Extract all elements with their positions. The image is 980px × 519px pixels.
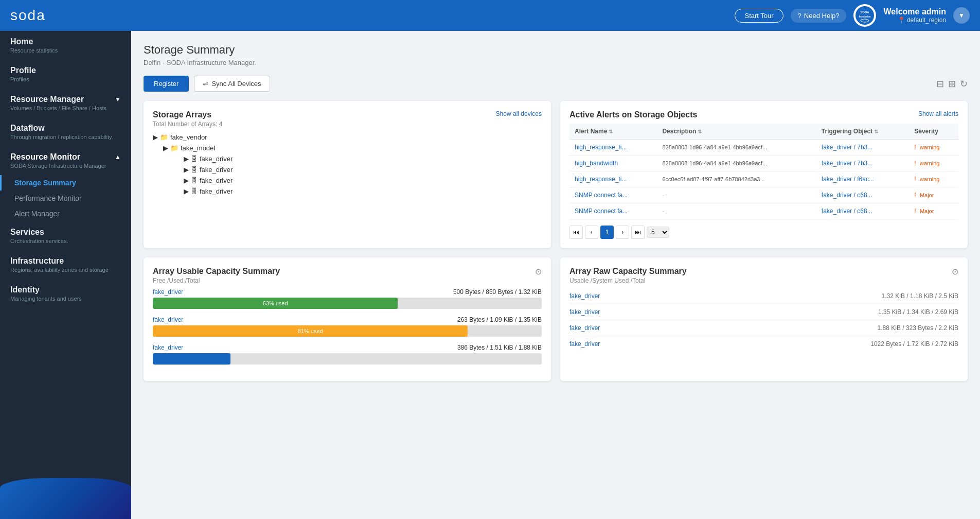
sidebar-item-resource-monitor[interactable]: Resource Monitor ▲ SODA Storage Infrastr…: [0, 146, 131, 175]
welcome-text: Welcome admin: [883, 7, 946, 16]
register-button[interactable]: Register: [144, 76, 189, 92]
main-content: Storage Summary Delfin - SODA Infrastruc…: [131, 31, 980, 519]
raw-capacity-title: Array Raw Capacity Summary: [569, 267, 687, 276]
sync-button[interactable]: ⇌ Sync All Devices: [194, 76, 270, 92]
tree-toggle[interactable]: ▶: [184, 187, 189, 195]
raw-driver-label: fake_driver: [569, 308, 600, 316]
sidebar-sub-performance-monitor[interactable]: Performance Monitor: [0, 191, 131, 206]
cell-alert-name: SNMP connect fa...: [569, 203, 657, 219]
cell-triggering-object: fake_driver / f6ac...: [816, 171, 909, 187]
severity-label: warning: [920, 144, 940, 150]
raw-capacity-item: fake_driver 1022 Bytes / 1.72 KiB / 2.72…: [569, 336, 958, 352]
toolbar-right: ⊟ ⊞ ↻: [936, 78, 968, 90]
severity-icon: !: [914, 192, 916, 199]
table-row: high_bandwidth 828a8808-1d96-4a84-a9e1-4…: [569, 155, 958, 171]
severity-label: warning: [920, 160, 940, 166]
tree-toggle[interactable]: ▶: [163, 144, 168, 152]
cell-severity: ! warning: [909, 155, 958, 171]
grid-view-icon[interactable]: ⊞: [948, 78, 956, 90]
list-view-icon[interactable]: ⊟: [936, 78, 944, 90]
capacity-bar-fill: 81% used: [153, 325, 468, 337]
col-triggering-object: Triggering Object ⇅: [816, 124, 909, 140]
sort-icon-triggering[interactable]: ⇅: [874, 129, 878, 134]
device-icon: 🗄: [191, 177, 198, 184]
capacity-values: 500 Bytes / 850 Bytes / 1.32 KiB: [453, 288, 542, 296]
alerts-title: Active Alerts on Storage Objects: [569, 110, 697, 119]
cell-alert-name: high_response_ti...: [569, 140, 657, 155]
sidebar-sub-alert-manager[interactable]: Alert Manager: [0, 206, 131, 221]
sidebar-item-dataflow[interactable]: Dataflow Through migration / replication…: [0, 117, 131, 146]
raw-values: 1.32 KiB / 1.18 KiB / 2.5 KiB: [882, 292, 958, 300]
user-avatar-button[interactable]: ▼: [953, 7, 970, 24]
chevron-down-icon: ▼: [958, 12, 965, 19]
need-help-button[interactable]: ? Need Help?: [791, 9, 847, 23]
raw-capacity-item: fake_driver 1.32 KiB / 1.18 KiB / 2.5 Ki…: [569, 288, 958, 304]
sidebar-item-profile[interactable]: Profile Profiles: [0, 60, 131, 89]
capacity-bar-fill: 63% used: [153, 298, 398, 309]
capacity-item: fake_driver 386 Bytes / 1.51 KiB / 1.88 …: [153, 344, 542, 365]
capacity-bar-bg: 63% used: [153, 298, 542, 309]
tree-toggle[interactable]: ▶: [184, 155, 189, 163]
cell-description: 828a8808-1d96-4a84-a9e1-4bb96a9acf...: [657, 140, 816, 155]
show-all-alerts-link[interactable]: Show all alerts: [918, 110, 958, 117]
show-all-devices-link[interactable]: Show all devices: [496, 110, 542, 117]
capacity-bar-fill: [153, 353, 230, 365]
page-1-button[interactable]: 1: [600, 226, 614, 239]
sidebar-sub-storage-summary[interactable]: Storage Summary: [0, 175, 131, 191]
raw-capacity-item: fake_driver 1.88 KiB / 323 Bytes / 2.2 K…: [569, 320, 958, 336]
severity-label: Major: [920, 208, 934, 214]
next-page-button[interactable]: ›: [616, 226, 629, 239]
tree-toggle[interactable]: ▶: [153, 133, 158, 141]
sort-icon-description[interactable]: ⇅: [698, 129, 702, 134]
page-size-select[interactable]: 5 10 25: [647, 227, 669, 238]
sidebar-item-infrastructure[interactable]: Infrastructure Regions, availability zon…: [0, 250, 131, 279]
cell-description: 6cc0ec6f-ad87-4f97-aff7-6b78842d3a3...: [657, 171, 816, 187]
cell-triggering-object: fake_driver / c68...: [816, 187, 909, 203]
alerts-pagination: ⏮ ‹ 1 › ⏭ 5 10 25: [569, 226, 958, 239]
sidebar: Home Resource statistics Profile Profile…: [0, 31, 131, 519]
storage-arrays-card: Storage Arrays Total Number of Arrays: 4…: [144, 101, 551, 248]
sort-icon-alert-name[interactable]: ⇅: [609, 129, 613, 134]
usable-capacity-card: Array Usable Capacity Summary Free /Used…: [144, 257, 551, 381]
refresh-icon[interactable]: ↻: [960, 78, 968, 90]
col-severity: Severity: [909, 124, 958, 140]
sidebar-item-home[interactable]: Home Resource statistics: [0, 31, 131, 60]
chart-icon[interactable]: ⊙: [535, 267, 542, 276]
cell-description: 828a8808-1d96-4a84-a9e1-4bb96a9acf...: [657, 155, 816, 171]
capacity-values: 386 Bytes / 1.51 KiB / 1.88 KiB: [457, 344, 542, 351]
chart-icon[interactable]: ⊙: [952, 267, 958, 276]
header-right: Start Tour ? Need Help? SODA foundation …: [735, 4, 970, 27]
tree-toggle[interactable]: ▶: [184, 166, 189, 174]
cell-description: -: [657, 187, 816, 203]
severity-label: warning: [920, 176, 940, 182]
col-alert-name: Alert Name ⇅: [569, 124, 657, 140]
cell-alert-name: SNMP connect fa...: [569, 187, 657, 203]
storage-arrays-title: Storage Arrays: [153, 110, 222, 119]
cell-severity: ! Major: [909, 203, 958, 219]
raw-capacity-subtitle: Usable /System Used /Total: [569, 277, 687, 284]
raw-driver-label: fake_driver: [569, 292, 600, 300]
app-logo: soda: [10, 7, 46, 24]
first-page-button[interactable]: ⏮: [569, 226, 583, 239]
chevron-down-icon: ▼: [115, 96, 121, 103]
sidebar-item-resource-manager[interactable]: Resource Manager ▼ Volumes / Buckets / F…: [0, 89, 131, 117]
last-page-button[interactable]: ⏭: [631, 226, 645, 239]
svg-text:SODA: SODA: [861, 11, 870, 14]
sidebar-item-services[interactable]: Services Orchestration services.: [0, 221, 131, 250]
raw-capacity-header: Array Raw Capacity Summary Usable /Syste…: [569, 267, 958, 284]
raw-capacity-items: fake_driver 1.32 KiB / 1.18 KiB / 2.5 Ki…: [569, 288, 958, 352]
cell-description: -: [657, 203, 816, 219]
capacity-item: fake_driver 500 Bytes / 850 Bytes / 1.32…: [153, 288, 542, 309]
tree-toggle[interactable]: ▶: [184, 177, 189, 184]
sidebar-item-identity[interactable]: Identity Managing tenants and users: [0, 279, 131, 308]
severity-icon: !: [914, 207, 916, 215]
raw-values: 1.35 KiB / 1.34 KiB / 2.69 KiB: [878, 308, 958, 316]
alerts-card: Active Alerts on Storage Objects Show al…: [560, 101, 968, 248]
cell-triggering-object: fake_driver / 7b3...: [816, 140, 909, 155]
capacity-bar-bg: [153, 353, 542, 365]
capacity-driver-label: fake_driver: [153, 344, 183, 351]
prev-page-button[interactable]: ‹: [585, 226, 598, 239]
table-row: SNMP connect fa... - fake_driver / c68..…: [569, 187, 958, 203]
start-tour-button[interactable]: Start Tour: [735, 9, 783, 23]
chevron-up-icon: ▲: [115, 153, 121, 161]
